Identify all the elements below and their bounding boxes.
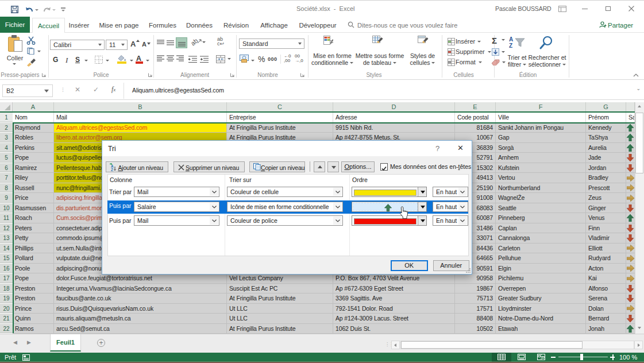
svg-text:Z: Z (111, 168, 113, 171)
